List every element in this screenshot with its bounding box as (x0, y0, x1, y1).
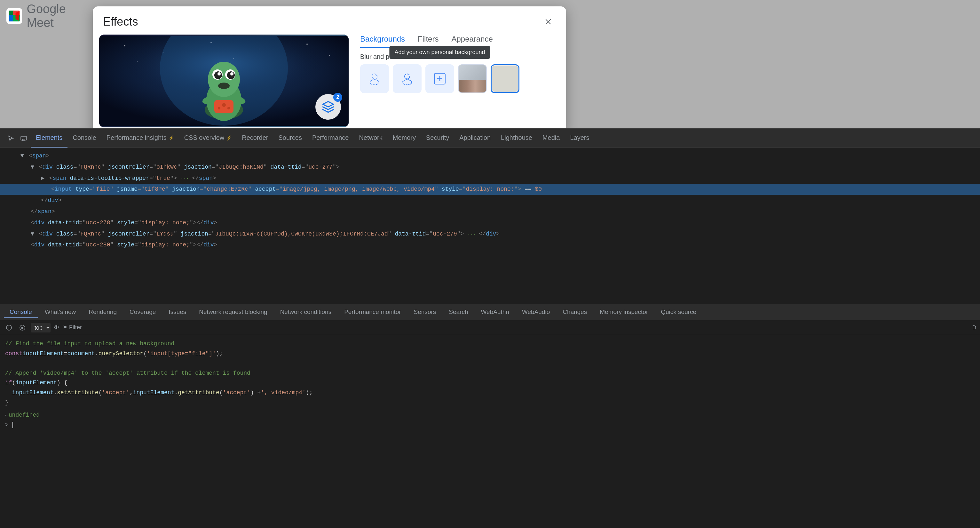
console-code-line2: if ( inputElement ) { (5, 378, 975, 388)
console-tab-console[interactable]: Console (4, 306, 38, 318)
svg-point-14 (137, 61, 138, 62)
console-result: ← undefined (5, 410, 975, 420)
dom-tree: ▼ <span> ▼ <div class="FQRnnc" jscontrol… (0, 148, 980, 253)
elements-panel: ▼ <span> ▼ <div class="FQRnnc" jscontrol… (0, 148, 980, 321)
console-tab-performance-monitor[interactable]: Performance monitor (338, 306, 407, 318)
console-input-line: > (5, 420, 975, 430)
devtools-toolbar: Elements Console Performance insights ⚡ … (0, 129, 980, 148)
svg-point-38 (406, 78, 408, 80)
expand-arrow[interactable]: ▼ (31, 164, 34, 170)
context-selector[interactable]: top (31, 323, 51, 332)
dom-line[interactable]: ▼ <span> (0, 150, 980, 162)
dom-line-highlighted[interactable]: <input type="file" jsname="tif8Pe" jsact… (0, 184, 980, 195)
layers-badge[interactable]: 2 (315, 94, 341, 120)
effect-blur-portrait[interactable] (360, 64, 389, 93)
scene-background (99, 36, 348, 126)
console-code-line1: const inputElement = document . querySel… (5, 349, 975, 359)
tooltip: Add your own personal background (389, 46, 490, 59)
filter-icon: ⚑ (63, 324, 67, 330)
tab-sources[interactable]: Sources (274, 129, 307, 148)
video-preview-image: 2 (99, 35, 348, 128)
svg-point-34 (372, 74, 377, 79)
dom-line[interactable]: ▼ <div class="FQRnnc" jscontroller="LYds… (0, 228, 980, 240)
svg-point-26 (230, 72, 234, 75)
svg-point-12 (306, 43, 308, 45)
tab-performance-insights[interactable]: Performance insights ⚡ (102, 129, 179, 148)
dom-line[interactable]: </div> (0, 195, 980, 206)
console-filter-bar: top 👁 ⚑ Filter D (0, 320, 980, 335)
dom-line[interactable]: </span> (0, 206, 980, 217)
svg-point-25 (218, 72, 221, 75)
console-tab-rendering[interactable]: Rendering (83, 306, 123, 318)
svg-point-27 (218, 83, 230, 89)
expand-arrow[interactable]: ▼ (21, 153, 24, 159)
effect-add-background[interactable]: Add your own personal background (425, 64, 454, 93)
effect-blur[interactable] (393, 64, 422, 93)
tab-css-overview[interactable]: CSS overview ⚡ (179, 129, 237, 148)
console-tab-memory-inspector[interactable]: Memory inspector (594, 306, 654, 318)
console-output: // Find the file input to upload a new b… (0, 335, 980, 434)
eye-icon[interactable]: 👁 (54, 324, 59, 331)
tab-memory[interactable]: Memory (388, 129, 421, 148)
modal-header: Effects (93, 6, 566, 35)
effect-photo-background[interactable] (458, 64, 487, 93)
effect-selected-background[interactable] (491, 64, 519, 93)
dom-line[interactable]: ▶ <span data-is-tooltip-wrapper="true"> … (0, 173, 980, 184)
console-tab-changes[interactable]: Changes (557, 306, 593, 318)
modal-body: 2 Backgrounds Filters Appearance Blur an… (93, 35, 566, 134)
filter-label[interactable]: ⚑ Filter (63, 324, 82, 331)
tab-performance[interactable]: Performance (307, 129, 354, 148)
device-toggle-icon[interactable] (18, 132, 29, 144)
console-tab-network-request-blocking[interactable]: Network request blocking (193, 306, 273, 318)
app-header: Google Meet (0, 0, 99, 32)
console-tab-search[interactable]: Search (443, 306, 474, 318)
dom-line[interactable]: ▼ <div class="FQRnnc" jscontroller="oIhk… (0, 162, 980, 173)
console-code-line4: } (5, 398, 975, 408)
dom-line[interactable]: <div data-ttid="ucc-280" style="display:… (0, 239, 980, 250)
svg-rect-42 (21, 136, 27, 140)
console-tab-issues[interactable]: Issues (163, 306, 192, 318)
add-background-icon (432, 71, 448, 87)
console-blank (5, 358, 975, 368)
tab-elements[interactable]: Elements (31, 129, 67, 148)
svg-point-31 (222, 103, 226, 107)
layers-count: 2 (333, 93, 342, 102)
svg-point-20 (208, 62, 240, 97)
console-tab-webauthn[interactable]: WebAuthn (475, 306, 515, 318)
tab-application[interactable]: Application (454, 129, 496, 148)
dom-line[interactable]: <div data-ttid="ucc-278" style="display:… (0, 217, 980, 228)
modal-close-button[interactable] (541, 14, 556, 29)
devtools-panel: Elements Console Performance insights ⚡ … (0, 128, 980, 528)
performance-insights-icon: ⚡ (169, 136, 174, 140)
console-tab-sensors[interactable]: Sensors (408, 306, 442, 318)
css-overview-icon: ⚡ (226, 136, 232, 140)
select-element-icon[interactable] (5, 132, 17, 144)
tab-media[interactable]: Media (537, 129, 565, 148)
video-preview: 2 (99, 35, 348, 128)
tab-console[interactable]: Console (67, 129, 101, 148)
effects-panel: Backgrounds Filters Appearance Blur and … (355, 35, 566, 134)
console-tab-coverage[interactable]: Coverage (124, 306, 162, 318)
console-tab-quick-source[interactable]: Quick source (655, 306, 702, 318)
expand-arrow[interactable]: ▶ (41, 175, 45, 182)
console-tab-network-conditions[interactable]: Network conditions (274, 306, 337, 318)
console-cursor (13, 422, 13, 428)
tab-recorder[interactable]: Recorder (237, 129, 273, 148)
filter-text: Filter (69, 324, 82, 331)
layers-icon (322, 100, 334, 113)
tab-network[interactable]: Network (354, 129, 387, 148)
blur-portrait-icon (366, 71, 383, 87)
tab-security[interactable]: Security (421, 129, 454, 148)
stop-icon[interactable] (17, 322, 27, 333)
console-tab-whats-new[interactable]: What's new (39, 306, 82, 318)
console-tab-webaudio[interactable]: WebAudio (516, 306, 555, 318)
console-code-line3: inputElement . setAttribute ( 'accept' ,… (5, 388, 975, 398)
svg-point-33 (228, 107, 230, 109)
console-tabs-bar: Console What's new Rendering Coverage Is… (0, 304, 980, 320)
svg-point-37 (402, 80, 412, 85)
svg-rect-47 (21, 327, 23, 329)
tab-lighthouse[interactable]: Lighthouse (496, 129, 537, 148)
clear-console-button[interactable] (4, 322, 14, 333)
tab-layers[interactable]: Layers (565, 129, 594, 148)
expand-arrow[interactable]: ▼ (31, 231, 34, 237)
